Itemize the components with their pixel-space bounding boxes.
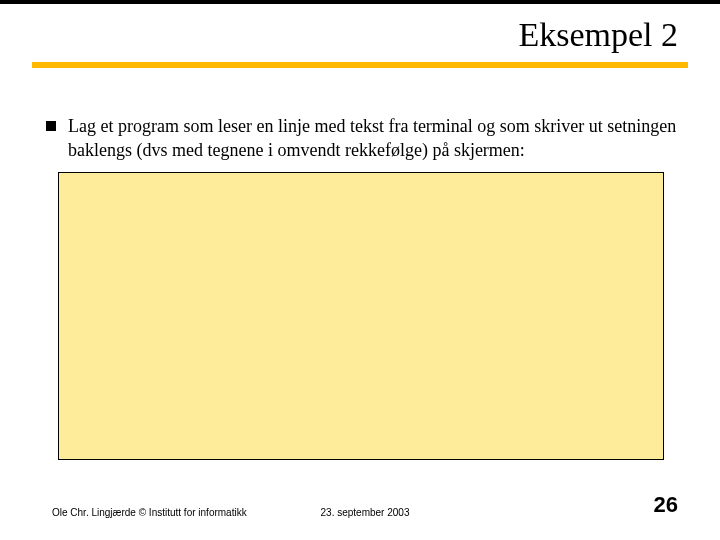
code-box xyxy=(58,172,664,460)
bullet-text: Lag et program som leser en linje med te… xyxy=(68,114,678,163)
footer-date: 23. september 2003 xyxy=(321,507,410,518)
title-underline xyxy=(32,62,688,68)
slide-title: Eksempel 2 xyxy=(518,16,678,54)
top-border xyxy=(0,0,720,4)
footer: Ole Chr. Lingjærde © Institutt for infor… xyxy=(52,492,678,518)
bullet-square-icon xyxy=(46,121,56,131)
page-number: 26 xyxy=(654,492,678,518)
bullet-item: Lag et program som leser en linje med te… xyxy=(46,114,678,163)
footer-author: Ole Chr. Lingjærde © Institutt for infor… xyxy=(52,507,247,518)
